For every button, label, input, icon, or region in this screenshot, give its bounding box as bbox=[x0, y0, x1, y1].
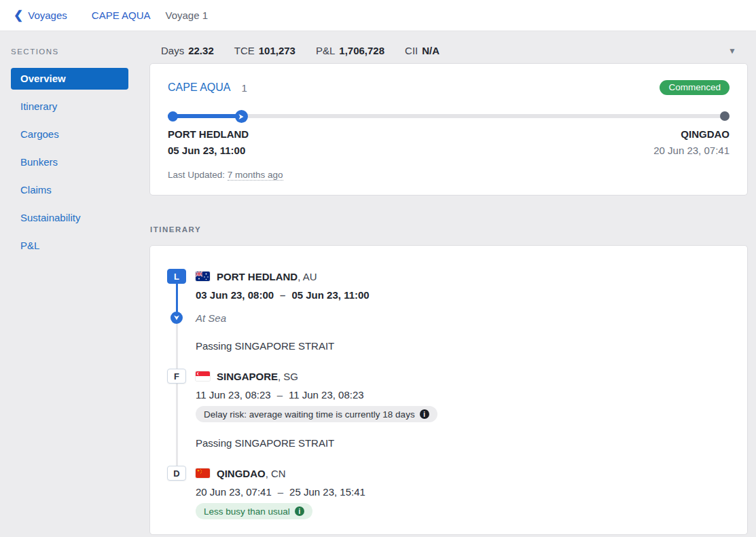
vessel-position-timeline-icon[interactable] bbox=[170, 312, 183, 324]
stat-pnl: P&L 1,706,728 bbox=[316, 45, 384, 56]
itinerary-card: L bbox=[149, 245, 748, 535]
departure-point-dot bbox=[168, 111, 178, 122]
stop-date-end: 25 Jun 23, 15:41 bbox=[289, 486, 365, 498]
stop-dates: 20 Jun 23, 07:41 – 25 Jun 23, 15:41 bbox=[196, 484, 728, 499]
stop-date-start: 03 Jun 23, 08:00 bbox=[196, 289, 274, 301]
sidebar-item-pnl[interactable]: P&L bbox=[11, 235, 128, 257]
collapse-caret-icon[interactable]: ▼ bbox=[728, 46, 736, 56]
itinerary-stop-port-hedland: L bbox=[196, 269, 728, 354]
stat-pnl-label: P&L bbox=[316, 45, 335, 56]
stop-port-name: PORT HEDLAND bbox=[217, 271, 298, 282]
sidebar-item-itinerary[interactable]: Itinerary bbox=[11, 96, 128, 117]
back-to-voyages-link[interactable]: ❮ Voyages bbox=[14, 10, 67, 21]
arrival-port: QINGDAO bbox=[653, 126, 730, 143]
last-updated: Last Updated: 7 months ago bbox=[168, 170, 730, 180]
chevron-down-icon bbox=[173, 314, 180, 321]
sidebar-item-overview[interactable]: Overview bbox=[11, 68, 128, 90]
sections-sidebar: SECTIONS Overview Itinerary Cargoes Bunk… bbox=[0, 31, 140, 537]
stat-pnl-value: 1,706,728 bbox=[339, 45, 384, 56]
info-icon[interactable]: i bbox=[420, 409, 429, 419]
info-icon[interactable]: i bbox=[295, 506, 304, 516]
arrow-right-icon bbox=[238, 113, 245, 120]
stop-port-name: QINGDAO bbox=[217, 468, 266, 479]
arrival-point-dot bbox=[720, 111, 730, 121]
sidebar-nav: Overview Itinerary Cargoes Bunkers Claim… bbox=[11, 68, 140, 257]
arrival-datetime: 20 Jun 23, 07:41 bbox=[653, 143, 730, 159]
back-link-label: Voyages bbox=[28, 10, 67, 21]
breadcrumb: ❮ Voyages CAPE AQUA Voyage 1 bbox=[0, 0, 756, 31]
last-updated-label: Last Updated: bbox=[168, 170, 225, 180]
sidebar-item-sustainability[interactable]: Sustainability bbox=[11, 207, 128, 229]
passing-leg-label: Passing SINGAPORE STRAIT bbox=[196, 339, 728, 354]
stop-type-badge-discharge: D bbox=[167, 466, 186, 481]
singapore-flag-icon bbox=[196, 371, 210, 381]
stop-type-badge-load: L bbox=[167, 269, 186, 284]
itinerary-stop-qingdao: D QINGDAO, CN bbox=[196, 466, 728, 519]
chevron-left-icon: ❮ bbox=[14, 10, 23, 21]
stat-cii-label: CII bbox=[405, 45, 418, 56]
stop-country: , AU bbox=[298, 271, 317, 282]
stop-dates: 03 Jun 23, 08:00 – 05 Jun 23, 11:00 bbox=[196, 287, 728, 302]
stat-tce: TCE 101,273 bbox=[234, 45, 295, 56]
delay-risk-pill: Delay risk: average waiting time is curr… bbox=[196, 406, 437, 422]
stop-dates: 11 Jun 23, 08:23 – 11 Jun 23, 08:23 bbox=[196, 387, 728, 402]
sidebar-item-bunkers[interactable]: Bunkers bbox=[11, 151, 128, 173]
vessel-status-row: At Sea bbox=[196, 310, 728, 325]
vessel-position-icon[interactable] bbox=[235, 110, 248, 123]
voyage-number: 1 bbox=[241, 82, 247, 94]
date-separator: – bbox=[278, 486, 283, 498]
stop-type-badge-fuel: F bbox=[167, 369, 186, 384]
progress-track bbox=[168, 114, 730, 118]
status-badge: Commenced bbox=[660, 80, 730, 95]
port-congestion-pill: Less busy than usual i bbox=[196, 503, 312, 519]
stat-tce-label: TCE bbox=[234, 45, 255, 56]
vessel-name-link[interactable]: CAPE AQUA bbox=[168, 81, 230, 94]
stop-date-end: 11 Jun 23, 08:23 bbox=[289, 389, 364, 401]
breadcrumb-voyage-label: Voyage 1 bbox=[166, 10, 209, 21]
sidebar-heading: SECTIONS bbox=[11, 48, 140, 56]
voyage-overview-card: CAPE AQUA 1 Commenced PORT HEDLAND 0 bbox=[149, 63, 748, 196]
departure-block: PORT HEDLAND 05 Jun 23, 11:00 bbox=[168, 126, 249, 159]
itinerary-heading: ITINERARY bbox=[149, 225, 748, 234]
stat-days-value: 22.32 bbox=[188, 45, 214, 56]
stat-days-label: Days bbox=[161, 45, 184, 56]
delay-risk-text: Delay risk: average waiting time is curr… bbox=[204, 409, 415, 420]
stop-date-start: 20 Jun 23, 07:41 bbox=[196, 486, 272, 498]
stop-date-end: 05 Jun 23, 11:00 bbox=[291, 289, 369, 301]
breadcrumb-vessel-link[interactable]: CAPE AQUA bbox=[92, 10, 151, 21]
voyage-progress-bar bbox=[168, 110, 730, 122]
vessel-status-label: At Sea bbox=[196, 312, 226, 324]
passing-leg-label: Passing SINGAPORE STRAIT bbox=[196, 436, 728, 451]
itinerary-stop-singapore: F SINGAPORE, SG 11 Jun 23, 08 bbox=[196, 369, 728, 451]
sidebar-item-cargoes[interactable]: Cargoes bbox=[11, 124, 128, 145]
china-flag-icon bbox=[196, 468, 210, 478]
progress-fill bbox=[168, 114, 241, 118]
stop-country: , SG bbox=[278, 371, 298, 382]
stop-country: , CN bbox=[266, 468, 286, 479]
arrival-block: QINGDAO 20 Jun 23, 07:41 bbox=[653, 126, 730, 159]
australia-flag-icon bbox=[196, 272, 210, 281]
main-content: Days 22.32 TCE 101,273 P&L 1,706,728 CII… bbox=[140, 31, 756, 537]
voyage-stats-row: Days 22.32 TCE 101,273 P&L 1,706,728 CII… bbox=[149, 45, 748, 56]
date-separator: – bbox=[280, 289, 285, 301]
stat-tce-value: 101,273 bbox=[259, 45, 295, 56]
departure-datetime: 05 Jun 23, 11:00 bbox=[168, 143, 249, 159]
stat-days: Days 22.32 bbox=[161, 45, 214, 56]
stop-date-start: 11 Jun 23, 08:23 bbox=[196, 389, 271, 401]
departure-port: PORT HEDLAND bbox=[168, 126, 249, 143]
itinerary-timeline: L bbox=[167, 269, 728, 519]
stop-port-name: SINGAPORE bbox=[217, 371, 278, 382]
sidebar-item-claims[interactable]: Claims bbox=[11, 179, 128, 201]
stat-cii: CII N/A bbox=[405, 45, 439, 56]
port-congestion-text: Less busy than usual bbox=[204, 506, 290, 517]
date-separator: – bbox=[277, 389, 283, 401]
stat-cii-value: N/A bbox=[422, 45, 439, 56]
last-updated-value[interactable]: 7 months ago bbox=[228, 170, 283, 181]
